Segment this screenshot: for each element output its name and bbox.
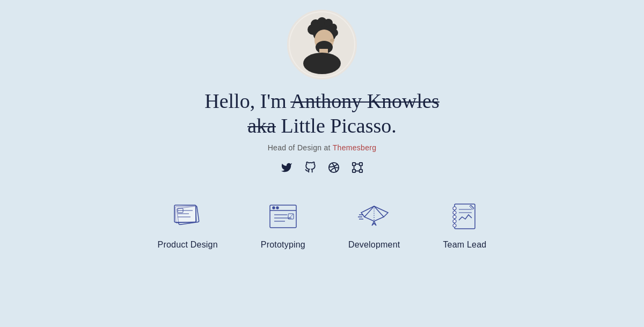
dribbble-icon [328, 162, 340, 173]
svg-point-44 [453, 207, 456, 210]
team-lead-icon-wrapper [446, 200, 484, 232]
avatar-image [290, 12, 354, 77]
product-design-icon-wrapper [169, 200, 207, 232]
prototyping-icon [266, 201, 301, 232]
aka-text: aka [247, 114, 276, 137]
svg-point-46 [453, 215, 456, 219]
skill-development: Development [348, 200, 400, 250]
team-lead-label: Team Lead [443, 240, 486, 250]
team-lead-icon [447, 201, 482, 232]
twitter-icon [281, 162, 292, 173]
nickname-text: Little Picasso. [281, 114, 396, 137]
svg-point-11 [303, 53, 341, 74]
product-design-label: Product Design [158, 240, 218, 250]
svg-point-32 [276, 207, 279, 209]
prototyping-icon-wrapper [264, 200, 302, 232]
svg-rect-16 [353, 170, 356, 173]
avatar [287, 10, 357, 79]
prototyping-label: Prototyping [261, 240, 305, 250]
subtitle-prefix: Head of Design at [268, 143, 331, 152]
headline: Hello, I'm Anthony Knowles aka Little Pi… [204, 89, 440, 138]
slack-link[interactable] [352, 162, 363, 173]
svg-rect-14 [353, 163, 356, 166]
svg-point-12 [330, 39, 334, 42]
svg-point-45 [453, 211, 456, 214]
real-name-text: Anthony Knowles [290, 90, 440, 112]
development-icon-wrapper [355, 200, 393, 232]
skill-product-design: Product Design [158, 200, 218, 250]
github-icon [304, 162, 316, 173]
dribbble-link[interactable] [328, 162, 340, 173]
skill-prototyping: Prototyping [261, 200, 305, 250]
svg-rect-17 [360, 170, 363, 173]
product-design-icon [170, 201, 205, 232]
svg-point-48 [453, 224, 456, 227]
company-name: Themesberg [333, 143, 377, 152]
twitter-link[interactable] [281, 162, 292, 173]
subtitle: Head of Design at Themesberg [268, 143, 377, 152]
headline-line1: Hello, I'm Anthony Knowles [204, 89, 440, 114]
skill-team-lead: Team Lead [443, 200, 486, 250]
main-content: Hello, I'm Anthony Knowles aka Little Pi… [0, 0, 644, 255]
svg-rect-43 [455, 204, 475, 229]
github-link[interactable] [304, 162, 316, 173]
skills-section: Product Design [0, 195, 644, 255]
svg-point-47 [453, 220, 456, 223]
headline-line2: aka Little Picasso. [204, 114, 440, 139]
slack-icon [352, 162, 363, 173]
social-icons [281, 162, 363, 173]
svg-rect-15 [360, 163, 363, 166]
svg-point-31 [273, 207, 275, 209]
greeting-text: Hello, I'm [204, 90, 286, 112]
development-icon [357, 201, 392, 232]
development-label: Development [348, 240, 400, 250]
